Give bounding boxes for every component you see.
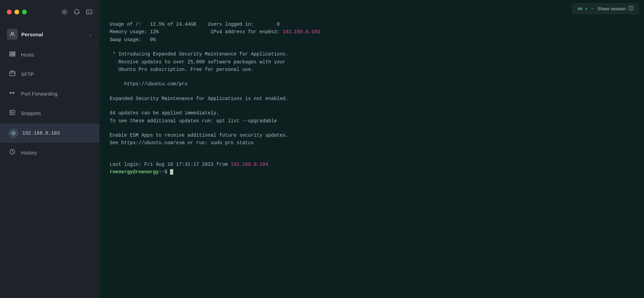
history-icon xyxy=(9,148,16,157)
terminal-line: Ubuntu Pro subscription. Free for person… xyxy=(110,66,634,73)
share-session-button[interactable]: au ● → Share session xyxy=(572,3,639,14)
window-controls xyxy=(7,10,27,14)
terminal-line: Usage of /: 12.5% of 24.44GB Users logge… xyxy=(110,21,634,28)
connected-host-label: 192.168.0.103 xyxy=(22,131,60,136)
port-forwarding-icon xyxy=(9,89,16,98)
terminal-line: Swap usage: 0% xyxy=(110,36,634,44)
sftp-label: SFTP xyxy=(21,71,34,77)
terminal-empty-line xyxy=(110,102,634,109)
terminal-line: https://ubuntu.com/pro xyxy=(110,80,634,88)
svg-point-8 xyxy=(14,55,14,56)
share-arrow-icon: → xyxy=(590,6,595,11)
share-session-label: Share session xyxy=(598,6,626,11)
terminal-empty-line xyxy=(110,88,634,95)
share-dot: ● xyxy=(585,7,587,11)
terminal-empty-line xyxy=(110,73,634,80)
sidebar-item-hosts[interactable]: Hosts xyxy=(0,45,99,64)
terminal-line: To see these additional updates run: apt… xyxy=(110,117,634,125)
history-label: History xyxy=(21,150,37,156)
split-icon xyxy=(629,6,633,12)
port-forwarding-label: Port Forwarding xyxy=(21,91,58,97)
sidebar-item-port-forwarding[interactable]: Port Forwarding xyxy=(0,84,99,103)
snippets-icon xyxy=(9,109,16,117)
snippets-label: Snippets xyxy=(21,110,41,116)
svg-point-7 xyxy=(14,54,14,54)
terminal-prompt-line: rnenergy@rnenergy:~$ xyxy=(110,168,634,176)
bell-icon[interactable] xyxy=(73,9,80,15)
hosts-icon xyxy=(9,50,16,59)
personal-icon xyxy=(7,29,18,40)
svg-point-13 xyxy=(13,133,14,134)
sidebar-top-bar xyxy=(0,0,99,24)
svg-point-2 xyxy=(11,32,13,34)
terminal-line: Receive updates to over 25,000 software … xyxy=(110,58,634,66)
svg-rect-1 xyxy=(86,10,92,14)
chevron-down-icon: ⌄ xyxy=(88,32,93,37)
connected-host-icon xyxy=(9,128,18,138)
sidebar-item-snippets[interactable]: Snippets xyxy=(0,103,99,123)
personal-label: Personal xyxy=(21,32,88,37)
terminal-empty-line xyxy=(110,147,634,154)
terminal-content[interactable]: Usage of /: 12.5% of 24.44GB Users logge… xyxy=(99,17,644,298)
terminal-line: Memory usage: 13% IPv4 address for enp0s… xyxy=(110,28,634,36)
terminal-line: * Introducing Expanded Security Maintena… xyxy=(110,50,634,58)
terminal-empty-line xyxy=(110,44,634,50)
terminal-line: 64 updates can be applied immediately. xyxy=(110,109,634,117)
personal-section[interactable]: Personal ⌄ xyxy=(0,24,99,45)
sftp-icon xyxy=(9,70,16,78)
sidebar-item-history[interactable]: History xyxy=(0,143,99,162)
hosts-label: Hosts xyxy=(21,52,34,58)
svg-point-6 xyxy=(14,52,14,53)
terminal-line: Enable ESM Apps to receive additional fu… xyxy=(110,132,634,139)
settings-icon[interactable] xyxy=(61,9,68,15)
svg-rect-9 xyxy=(10,72,15,76)
share-avatar: au xyxy=(577,6,582,11)
maximize-button[interactable] xyxy=(22,10,27,14)
terminal-empty-line xyxy=(110,125,634,132)
terminal-line: See https://ubuntu.com/esm or run: sudo … xyxy=(110,139,634,147)
terminal-line: Expanded Security Maintenance for Applic… xyxy=(110,95,634,102)
sidebar-item-sftp[interactable]: SFTP xyxy=(0,64,99,84)
svg-point-0 xyxy=(63,11,65,13)
terminal-header: au ● → Share session xyxy=(99,0,644,17)
terminal-empty-line xyxy=(110,154,634,161)
connected-host-item[interactable]: 192.168.0.103 xyxy=(0,124,99,143)
terminal-line: Last login: Fri Aug 18 17:31:17 2023 fro… xyxy=(110,161,634,168)
sidebar: Personal ⌄ Hosts SFTP xyxy=(0,0,99,298)
terminal-icon[interactable] xyxy=(86,9,93,15)
close-button[interactable] xyxy=(7,10,12,14)
minimize-button[interactable] xyxy=(14,10,19,14)
terminal-area: au ● → Share session Usage of /: 12.5% o… xyxy=(99,0,644,298)
sidebar-action-icons xyxy=(61,9,93,15)
